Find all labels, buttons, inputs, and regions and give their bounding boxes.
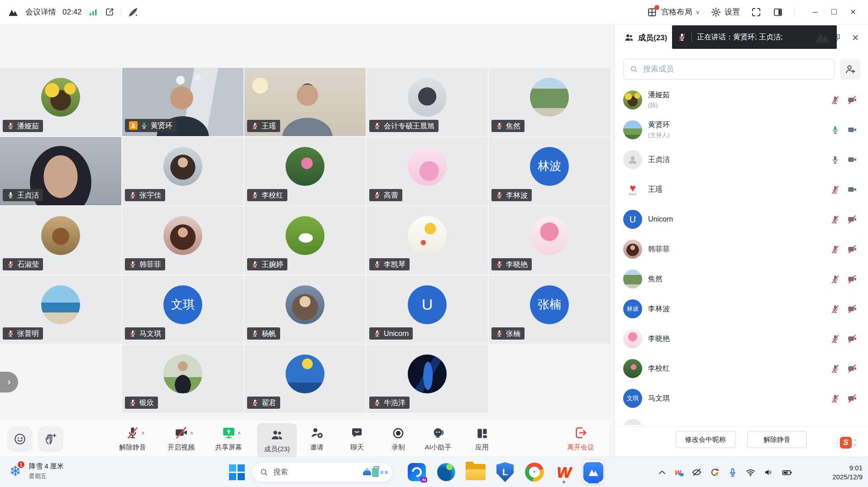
settings-button[interactable]: 设置 <box>711 7 740 18</box>
video-tile[interactable]: 杨帆 <box>244 275 366 344</box>
video-tile[interactable]: 会计专硕王晨旭 <box>367 68 488 136</box>
member-row[interactable]: 文琪马文琪 <box>615 383 868 413</box>
video-tile[interactable]: 张宇佳 <box>122 137 243 205</box>
annotation-disabled-icon[interactable] <box>128 7 138 18</box>
toolbar-item-chat[interactable]: 聊天 <box>335 425 379 452</box>
video-tile[interactable]: 石淑莹 <box>0 206 121 274</box>
add-member-button[interactable] <box>840 59 861 80</box>
ime-logo[interactable]: S <box>840 437 852 449</box>
unmute-button[interactable]: 解除静音 <box>747 431 807 448</box>
toolbar-item-members[interactable]: 成员(23) <box>257 423 297 458</box>
taskbar-app-wps[interactable]: W <box>553 461 575 483</box>
member-row[interactable]: ♥M&S王瑶 <box>615 175 868 204</box>
member-camera-toggle[interactable] <box>847 155 857 165</box>
video-tile[interactable]: 李校红 <box>244 137 366 205</box>
tray-wifi-icon[interactable] <box>745 467 756 478</box>
video-tile[interactable]: 焦然 <box>489 68 610 136</box>
video-tile[interactable]: 王婉婷 <box>244 206 366 274</box>
ime-widget[interactable]: S ou <box>836 437 856 449</box>
raise-hand-button[interactable] <box>38 426 63 452</box>
taskbar-app-copilot[interactable]: AI <box>406 461 428 483</box>
toolbar-item-invite[interactable]: 邀请 <box>295 425 339 452</box>
member-mic-toggle[interactable] <box>830 125 840 135</box>
rename-button[interactable]: 修改会中昵称 <box>676 431 735 448</box>
chevron-up-icon[interactable]: ∧ <box>190 430 193 436</box>
start-button[interactable] <box>229 464 245 480</box>
member-mic-toggle[interactable] <box>830 334 840 344</box>
member-row[interactable]: 李校红 <box>615 354 868 383</box>
member-mic-toggle[interactable] <box>830 215 840 224</box>
close-button[interactable]: ✕ <box>844 5 863 20</box>
member-camera-toggle[interactable] <box>847 244 857 254</box>
member-mic-toggle[interactable] <box>830 394 840 403</box>
chevron-up-icon[interactable]: ∧ <box>141 430 145 436</box>
member-camera-toggle[interactable] <box>847 393 857 403</box>
member-row[interactable]: UUnicorn <box>615 204 868 234</box>
share-out-icon[interactable] <box>105 7 114 17</box>
member-mic-toggle[interactable] <box>830 245 840 254</box>
member-camera-toggle[interactable] <box>847 95 857 105</box>
member-search-input[interactable] <box>643 65 828 74</box>
video-tile[interactable]: 黄贤环 <box>122 68 243 136</box>
taskbar-app-meeting[interactable] <box>582 461 604 483</box>
taskbar-app-shield[interactable]: L <box>494 461 516 483</box>
toolbar-item-unmute[interactable]: ∧解除静音 <box>111 425 154 452</box>
video-tile[interactable]: 李凯琴 <box>367 206 488 274</box>
tray-chevron-up-icon[interactable] <box>657 468 667 478</box>
member-camera-toggle[interactable] <box>847 364 857 374</box>
video-tile[interactable]: 张普明 <box>0 275 121 344</box>
toolbar-item-leave[interactable]: 离开会议 <box>559 425 602 452</box>
video-tile[interactable]: 李晓艳 <box>489 206 610 274</box>
taskbar-app-edge[interactable] <box>435 461 457 483</box>
member-row[interactable]: 焦然 <box>615 264 868 294</box>
member-camera-toggle[interactable] <box>847 125 857 135</box>
tray-wps-cloud-icon[interactable]: W <box>675 468 684 476</box>
video-tile[interactable]: 文琪 马文琪 <box>122 275 243 344</box>
search-highlight-decoration[interactable]: ❄❄ <box>363 468 389 477</box>
video-tile[interactable]: 王瑶 <box>244 68 366 136</box>
meeting-details-link[interactable]: 会议详情 <box>25 7 56 17</box>
reaction-emoji-button[interactable] <box>7 426 33 452</box>
toolbar-item-record[interactable]: 录制 <box>377 425 420 452</box>
taskbar-weather-widget[interactable]: ❄ 1 降雪 4 厘米 星期五 <box>6 461 64 481</box>
video-tile[interactable]: 张楠 张楠 <box>489 275 610 344</box>
video-tile[interactable]: 潘娅茹 <box>0 68 121 136</box>
video-tile[interactable]: 牛浩洋 <box>367 345 488 413</box>
tray-mic-icon[interactable] <box>728 468 738 478</box>
member-row[interactable]: 潘娅茹(我) <box>615 85 868 115</box>
member-mic-toggle[interactable] <box>830 304 840 314</box>
member-camera-toggle[interactable] <box>847 274 857 284</box>
minimize-button[interactable]: ─ <box>806 5 825 20</box>
video-tile[interactable]: 翟君 <box>244 345 366 413</box>
member-mic-toggle[interactable] <box>830 274 840 284</box>
tray-eye-off-icon[interactable] <box>692 467 702 478</box>
toolbar-item-start-video[interactable]: ∧开启视频 <box>159 425 203 452</box>
taskbar-app-browser[interactable] <box>524 461 545 483</box>
toolbar-item-ai-assistant[interactable]: AI小助手 <box>416 425 460 452</box>
tray-battery-icon[interactable] <box>782 467 792 478</box>
member-camera-toggle[interactable] <box>847 304 857 314</box>
chevron-up-icon[interactable]: ∧ <box>237 430 241 436</box>
close-panel-icon[interactable]: ✕ <box>852 33 859 43</box>
member-search-box[interactable] <box>623 59 835 80</box>
member-row[interactable]: 韩菲菲 <box>615 234 868 264</box>
member-mic-toggle[interactable] <box>830 155 840 165</box>
video-tile[interactable]: 林波 李林波 <box>489 137 610 205</box>
toolbar-item-share-screen[interactable]: ∧共享屏幕 <box>207 425 250 452</box>
video-tile[interactable]: U Unicorn <box>367 275 488 344</box>
member-camera-toggle[interactable] <box>847 334 857 344</box>
member-row[interactable]: 李晓艳 <box>615 324 868 354</box>
member-camera-toggle[interactable] <box>847 184 857 194</box>
member-camera-toggle[interactable] <box>847 214 857 224</box>
tray-volume-icon[interactable] <box>763 467 774 478</box>
video-tile[interactable]: 韩菲菲 <box>122 206 243 274</box>
tray-sync-icon[interactable] <box>710 467 720 478</box>
fullscreen-icon[interactable] <box>751 7 762 18</box>
member-mic-toggle[interactable] <box>830 95 840 105</box>
member-mic-toggle[interactable] <box>830 185 840 194</box>
member-row[interactable] <box>615 413 868 425</box>
taskbar-app-explorer[interactable] <box>465 461 486 483</box>
toolbar-item-apps[interactable]: 应用 <box>460 425 504 452</box>
member-row[interactable]: 王贞洁 <box>615 145 868 175</box>
video-tile[interactable]: 王贞洁 <box>0 137 121 205</box>
